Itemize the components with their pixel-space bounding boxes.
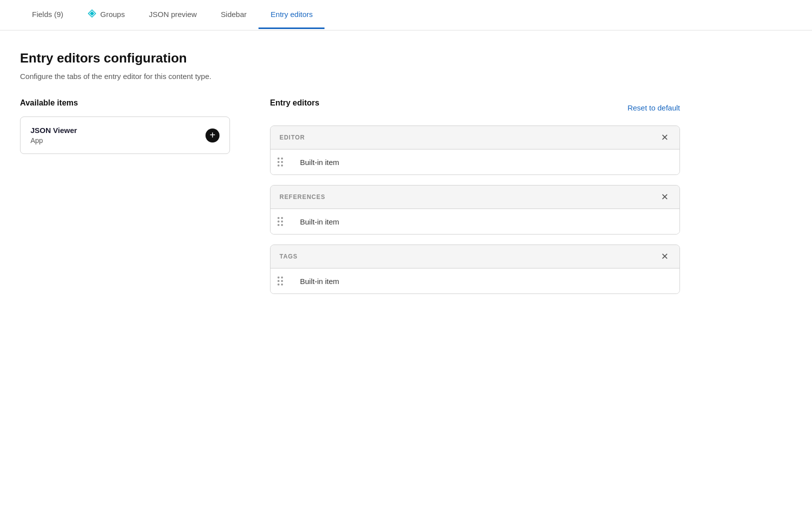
entry-editors-column: Entry editors Reset to default EDITOR ✕ <box>270 98 680 304</box>
dot <box>278 220 280 222</box>
dot <box>278 280 280 282</box>
editor-group-editor-drag-handle[interactable] <box>270 150 290 174</box>
dot <box>278 224 280 226</box>
drag-handle-row-1 <box>278 276 283 278</box>
drag-handle-row-3 <box>278 284 283 286</box>
available-items-title: Available items <box>20 98 230 108</box>
drag-handle-row-1 <box>278 158 283 160</box>
dot <box>281 220 283 222</box>
dot <box>278 284 280 286</box>
tab-sidebar[interactable]: Sidebar <box>209 1 259 29</box>
references-builtin-label: Built-in item <box>290 210 349 234</box>
editor-group-tags-drag-handle[interactable] <box>270 268 290 294</box>
editor-group-references-body: Built-in item <box>270 208 680 234</box>
dot <box>281 276 283 278</box>
drag-handle-row-1 <box>278 217 283 219</box>
editor-group-editor: EDITOR ✕ <box>270 126 680 175</box>
drag-handle-row-2 <box>278 280 283 282</box>
editor-group-references-label: REFERENCES <box>280 194 326 200</box>
available-item-type: App <box>30 136 77 144</box>
tab-bar: Fields (9) Groups JSON preview Sidebar E… <box>0 0 812 30</box>
drag-handle-row-2 <box>278 161 283 163</box>
dot <box>281 284 283 286</box>
drag-handle-row-3 <box>278 224 283 226</box>
page-subtitle: Configure the tabs of the entry editor f… <box>20 72 680 80</box>
editor-group-editor-close-button[interactable]: ✕ <box>659 132 670 143</box>
dot <box>281 161 283 163</box>
drag-handle-row-3 <box>278 164 283 166</box>
two-columns: Available items JSON Viewer App Entry ed… <box>20 98 680 304</box>
dot <box>278 164 280 166</box>
editor-group-tags-header: TAGS ✕ <box>270 245 680 268</box>
editor-builtin-label: Built-in item <box>290 150 349 174</box>
editor-group-tags: TAGS ✕ <box>270 244 680 294</box>
drag-handle-row-2 <box>278 220 283 222</box>
available-item-card: JSON Viewer App <box>20 116 230 154</box>
dot <box>278 161 280 163</box>
entry-editors-title: Entry editors <box>270 98 320 108</box>
add-json-viewer-button[interactable] <box>206 128 220 142</box>
editor-group-references: REFERENCES ✕ <box>270 185 680 234</box>
reset-to-default-link[interactable]: Reset to default <box>628 104 680 112</box>
dot <box>278 158 280 160</box>
editor-group-references-drag-handle[interactable] <box>270 209 290 234</box>
editor-group-tags-close-button[interactable]: ✕ <box>659 251 670 262</box>
tab-sidebar-label: Sidebar <box>221 10 247 18</box>
tab-groups-label: Groups <box>100 10 125 18</box>
editor-group-tags-label: TAGS <box>280 253 298 260</box>
editor-group-editor-label: EDITOR <box>280 134 305 141</box>
editor-group-references-header: REFERENCES ✕ <box>270 186 680 208</box>
tab-groups[interactable]: Groups <box>76 0 137 30</box>
dot <box>281 224 283 226</box>
tab-fields[interactable]: Fields (9) <box>20 1 76 29</box>
editor-group-references-close-button[interactable]: ✕ <box>659 192 670 202</box>
tab-entry-editors[interactable]: Entry editors <box>258 1 324 29</box>
tab-json-preview-label: JSON preview <box>149 10 197 18</box>
tab-fields-label: Fields (9) <box>32 10 64 18</box>
page-title: Entry editors configuration <box>20 50 680 66</box>
editor-group-editor-header: EDITOR ✕ <box>270 126 680 149</box>
available-items-column: Available items JSON Viewer App <box>20 98 230 154</box>
main-content: Entry editors configuration Configure th… <box>0 30 700 324</box>
editor-group-tags-body: Built-in item <box>270 268 680 294</box>
entry-editors-column-header: Entry editors Reset to default <box>270 98 680 116</box>
editor-group-editor-body: Built-in item <box>270 149 680 174</box>
groups-diamond-icon <box>88 9 96 20</box>
tab-json-preview[interactable]: JSON preview <box>137 1 209 29</box>
add-icon <box>206 128 220 142</box>
dot <box>281 280 283 282</box>
available-item-name: JSON Viewer <box>30 126 77 134</box>
dot <box>278 276 280 278</box>
dot <box>281 217 283 219</box>
tags-builtin-label: Built-in item <box>290 269 349 294</box>
available-item-info: JSON Viewer App <box>30 126 77 144</box>
dot <box>278 217 280 219</box>
dot <box>281 164 283 166</box>
dot <box>281 158 283 160</box>
tab-entry-editors-label: Entry editors <box>270 10 312 18</box>
